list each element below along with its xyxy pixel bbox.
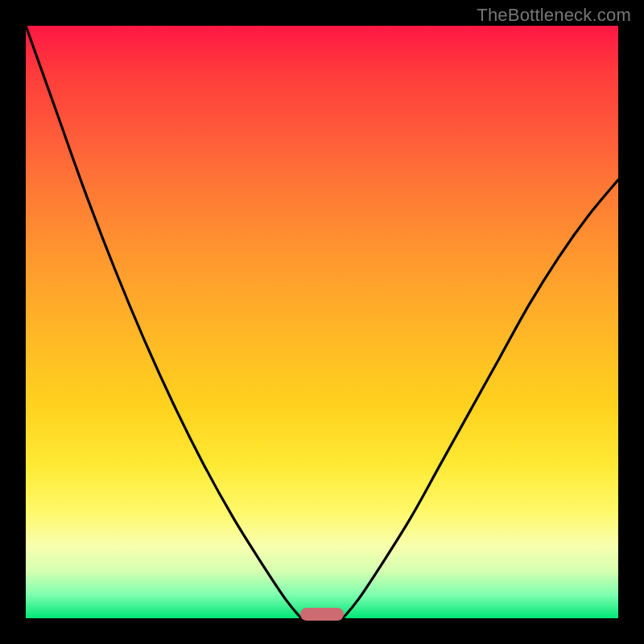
chart-frame	[26, 26, 618, 618]
watermark-text: TheBottleneck.com	[477, 5, 631, 26]
left-curve-path	[26, 26, 301, 618]
right-curve-path	[343, 180, 618, 618]
optimum-marker	[300, 608, 344, 621]
chart-curves-svg	[26, 26, 618, 618]
